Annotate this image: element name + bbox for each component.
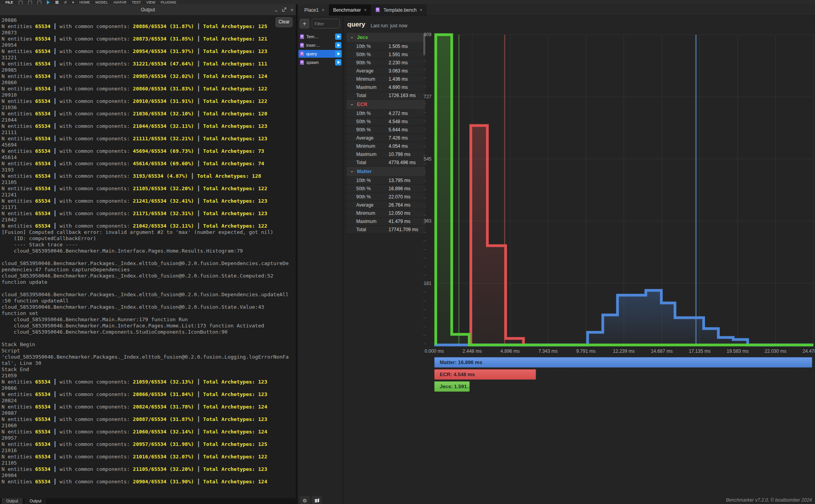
console-line: N entities 65534 ┃ with common component… <box>2 98 296 104</box>
undo-icon[interactable]: ↺ <box>64 0 67 4</box>
stat-value: 16.896 ms <box>389 185 410 193</box>
new-file-icon[interactable] <box>19 1 23 4</box>
section-name: Jecs <box>357 35 368 40</box>
console-line: 21060 <box>2 423 296 429</box>
run-benchmark-button[interactable] <box>335 51 341 57</box>
console-line: tal', Line 30 <box>2 360 296 366</box>
console-line: N entities 65534 ┃ with common component… <box>2 61 296 67</box>
console-line: N entities 65534 ┃ with common component… <box>2 441 296 447</box>
save-icon[interactable] <box>37 1 41 4</box>
list-footer: ⚙ <box>300 496 322 504</box>
stat-value: 1.591 ms <box>389 51 408 58</box>
stat-value: 13.795 ms <box>389 177 410 184</box>
console-line <box>2 285 296 292</box>
script-icon <box>375 7 380 12</box>
app-window: FILE ↺ ▾ HOME MODEL AVATAR TEST VIEW PLU… <box>0 0 815 504</box>
settings-button[interactable]: ⚙ <box>300 496 310 504</box>
filter-input[interactable] <box>312 19 340 28</box>
section-header-matter[interactable]: ⌄Matter <box>346 167 425 176</box>
legend-bar-ecr: ECR: 4.548 ms <box>434 369 536 380</box>
console-line: :50 function updateAll <box>2 298 296 304</box>
docs-button[interactable] <box>312 496 322 504</box>
stat-row: Minimum12.050 ms <box>346 209 425 218</box>
console-line: 20866 <box>2 385 296 391</box>
play-icon[interactable] <box>47 0 50 4</box>
menu-test[interactable]: TEST <box>132 0 141 4</box>
output-tab-1[interactable]: Output <box>2 498 23 504</box>
x-axis-tick: 0.000 ms <box>424 348 444 354</box>
chevron-down-icon[interactable]: ⌄ <box>274 7 279 12</box>
benchmark-item-inser[interactable]: inser… <box>298 41 342 49</box>
benchmark-item-label: query <box>306 51 335 56</box>
menu-view[interactable]: VIEW <box>146 0 155 4</box>
menu-home[interactable]: HOME <box>80 0 90 4</box>
console-line: cloud_5853950046.Benchmarker.Packages._I… <box>2 304 296 310</box>
tab-label: Template.bench <box>384 7 417 13</box>
console-line: 21044 <box>2 117 296 123</box>
legend-label: Jecs: 1.591… <box>435 382 469 391</box>
section-name: Matter <box>357 169 372 174</box>
console-line: N entities 65534 ┃ with common component… <box>2 48 296 55</box>
histogram-chart: 1813635457279090.000 ms2.448 ms4.896 ms7… <box>421 19 815 355</box>
script-icon <box>300 43 305 48</box>
menu-avatar[interactable]: AVATAR <box>114 0 126 4</box>
menu-plugins[interactable]: PLUGINS <box>161 0 176 4</box>
console-line: function set <box>2 310 296 317</box>
benchmark-item-spawn[interactable]: spawn <box>298 58 342 66</box>
console-line: N entities 65534 ┃ with common component… <box>2 466 296 472</box>
close-icon[interactable]: × <box>364 7 367 13</box>
console-log[interactable]: 20886N entities 65534 ┃ with common comp… <box>2 17 296 498</box>
stat-value: 12.050 ms <box>389 209 410 217</box>
console-line: cloud_5853950046.Benchmarker.Main.Runner… <box>2 317 296 323</box>
section-header-jecs[interactable]: ⌄Jecs <box>346 33 425 42</box>
console-line: 21171 <box>2 204 296 210</box>
stat-label: 10th % <box>356 42 371 50</box>
stat-label: Average <box>356 134 373 142</box>
console-line: N entities 65534 ┃ with common component… <box>2 198 296 204</box>
menu-model[interactable]: MODEL <box>96 0 108 4</box>
list-divider[interactable] <box>343 16 344 504</box>
legend-label: Matter: 16.896 ms <box>435 357 812 367</box>
script-icon <box>300 51 305 57</box>
tab-template-bench[interactable]: Template.bench × <box>371 4 427 16</box>
stat-row: Minimum1.436 ms <box>346 75 425 83</box>
open-file-icon[interactable] <box>28 1 32 4</box>
tab-place1[interactable]: Place1 × <box>300 4 329 16</box>
stop-icon[interactable] <box>55 1 59 4</box>
output-tab-2[interactable]: Output <box>25 498 46 504</box>
console-line: N entities 65534 ┃ with common component… <box>2 416 296 423</box>
console-line: N entities 65534 ┃ with common component… <box>2 454 296 460</box>
y-axis-tick: 909 <box>424 32 431 37</box>
stat-label: Average <box>356 67 373 75</box>
close-icon[interactable]: × <box>420 7 423 13</box>
add-benchmark-button[interactable]: + <box>300 19 309 28</box>
close-icon[interactable]: × <box>322 7 325 13</box>
stat-value: 26.764 ms <box>389 201 410 209</box>
console-line: 21059 <box>2 373 296 379</box>
chevron-down-icon[interactable]: ▾ <box>72 0 74 4</box>
console-line: 20910 <box>2 92 296 98</box>
benchmark-item-label: Tem… <box>306 34 335 39</box>
console-line <box>2 335 296 341</box>
run-benchmark-button[interactable] <box>335 34 341 40</box>
console-line: 'cloud_5853950046.Benchmarker.Packages._… <box>2 354 296 360</box>
file-menu[interactable]: FILE <box>5 0 13 4</box>
x-axis-tick: 7.343 ms <box>538 348 558 354</box>
close-icon[interactable]: × <box>290 7 293 12</box>
stats-table: ⌄Jecs10th %1.505 ms50th %1.591 ms90th %2… <box>346 33 425 234</box>
stat-label: Minimum <box>356 142 375 150</box>
console-line: 20860 <box>2 80 296 86</box>
tab-benchmarker[interactable]: Benchmarker × <box>329 4 371 16</box>
x-axis-tick: 14.687 ms <box>651 348 673 354</box>
stat-label: Total <box>356 159 366 166</box>
benchmark-item-Tem[interactable]: Tem… <box>298 33 342 41</box>
float-panel-icon[interactable] <box>282 7 286 12</box>
y-axis-tick: 727 <box>424 94 431 99</box>
section-header-ecr[interactable]: ⌄ECR <box>346 100 425 109</box>
output-bottom-tabs: Output Output <box>0 498 297 504</box>
benchmark-item-query[interactable]: query <box>298 50 342 58</box>
console-line: 45694 <box>2 142 296 148</box>
stat-value: 7.426 ms <box>389 134 408 142</box>
run-benchmark-button[interactable] <box>335 59 341 65</box>
run-benchmark-button[interactable] <box>335 42 341 48</box>
